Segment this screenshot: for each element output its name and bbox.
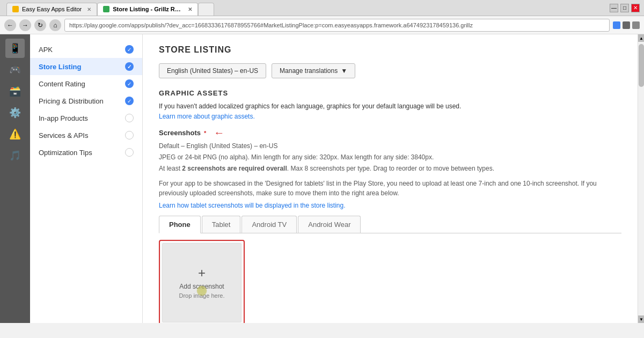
services-check-icon (125, 131, 134, 139)
spec-line1-text: JPEG or 24-bit PNG (no alpha). Min lengt… (159, 152, 621, 162)
store-listing-check-icon: ✓ (125, 62, 134, 71)
scrollbar[interactable]: ▲ ▼ (638, 34, 644, 323)
extension-icon-2[interactable] (623, 21, 630, 29)
language-row: English (United States) – en-US Manage t… (159, 63, 621, 78)
scrollbar-thumb[interactable] (639, 44, 644, 87)
menu-icon[interactable] (632, 21, 640, 29)
graphic-assets-section-title: GRAPHIC ASSETS (159, 89, 621, 97)
strip-icon-apps[interactable]: 📱 (5, 39, 25, 58)
inapp-check-icon (125, 114, 134, 122)
strip-icon-games[interactable]: 🎮 (5, 60, 25, 79)
cursor-indicator (196, 285, 207, 296)
sidebar-item-pricing[interactable]: Pricing & Distribution ✓ (30, 92, 142, 109)
sidebar-item-apk[interactable]: APK ✓ (30, 41, 142, 58)
tab-phone[interactable]: Phone (159, 216, 201, 233)
tab-android-tv[interactable]: Android TV (241, 216, 297, 233)
home-button[interactable]: ⌂ (49, 19, 61, 31)
forward-button[interactable]: → (19, 19, 31, 31)
tablet-link[interactable]: Learn how tablet screenshots will be dis… (159, 202, 346, 209)
sidebar-item-optimization[interactable]: Optimization Tips (30, 144, 142, 161)
screenshots-arrow-icon: ← (214, 127, 224, 139)
screenshot-tabs: Phone Tablet Android TV Android Wear (159, 216, 621, 233)
manage-translations-button[interactable]: Manage translations ▼ (272, 63, 355, 78)
apk-check-icon: ✓ (125, 45, 134, 54)
content-rating-check-icon: ✓ (125, 79, 134, 88)
tab-favicon-2 (103, 6, 109, 12)
sidebar-item-services[interactable]: Services & APIs (30, 127, 142, 144)
language-button[interactable]: English (United States) – en-US (159, 63, 266, 78)
spec-line2-text: At least 2 screenshots are required over… (159, 164, 621, 173)
scroll-up-button[interactable]: ▲ (638, 34, 644, 42)
main-layout: 📱 🎮 🗃️ ⚙️ ⚠️ 🎵 APK ✓ Store Listing ✓ Con… (0, 34, 644, 323)
browser-tab-2[interactable]: Store Listing - Grillz Resta... ✕ (97, 3, 198, 16)
default-lang-text: Default – English (United States) – en-U… (159, 141, 621, 151)
browser-tab-1[interactable]: Easy Easy Apps Editor ✕ (6, 3, 97, 16)
maximize-button[interactable]: □ (620, 4, 629, 12)
nav-sidebar: APK ✓ Store Listing ✓ Content Rating ✓ P… (30, 34, 143, 323)
optimization-check-icon (125, 148, 134, 157)
tablet-info-text: For your app to be showcased in the 'Des… (159, 179, 621, 198)
address-input[interactable] (64, 19, 610, 32)
sidebar-item-store-listing[interactable]: Store Listing ✓ (30, 58, 142, 75)
tab-close-1[interactable]: ✕ (87, 6, 91, 12)
close-button[interactable]: ✕ (631, 4, 640, 12)
back-button[interactable]: ← (4, 19, 16, 31)
tab-tablet[interactable]: Tablet (202, 216, 241, 233)
strip-icon-settings[interactable]: ⚙️ (5, 103, 25, 122)
browser-title-bar: Easy Easy Apps Editor ✕ Store Listing - … (0, 0, 644, 16)
address-bar-row: ← → ↻ ⌂ (0, 16, 644, 34)
icon-strip: 📱 🎮 🗃️ ⚙️ ⚠️ 🎵 (0, 34, 30, 323)
tab-close-2[interactable]: ✕ (188, 6, 192, 12)
minimize-button[interactable]: — (610, 4, 618, 12)
sidebar-item-inapp-products[interactable]: In-app Products (30, 109, 142, 127)
sidebar-item-content-rating[interactable]: Content Rating ✓ (30, 75, 142, 92)
strip-icon-warning[interactable]: ⚠️ (5, 124, 25, 144)
tab-android-wear[interactable]: Android Wear (298, 216, 361, 233)
strip-icon-music[interactable]: 🎵 (5, 146, 25, 165)
content-area: STORE LISTING English (United States) – … (143, 34, 638, 323)
dropdown-arrow-icon: ▼ (341, 67, 347, 75)
browser-tab-3[interactable] (198, 3, 214, 16)
reload-button[interactable]: ↻ (34, 19, 46, 31)
screenshots-required-marker: * (204, 130, 206, 136)
extension-icon-1[interactable] (613, 21, 620, 29)
screenshot-upload-zone[interactable]: + Add screenshot Drop image here. (162, 243, 241, 322)
tab-label-1: Easy Easy Apps Editor (22, 6, 82, 12)
graphic-assets-link[interactable]: Learn more about graphic assets. (159, 113, 255, 120)
scroll-down-button[interactable]: ▼ (638, 315, 644, 323)
window-controls: — □ ✕ (610, 4, 640, 12)
screenshots-label: Screenshots* ← (159, 127, 621, 139)
tab-favicon-1 (12, 6, 19, 12)
upload-zone-wrapper: + Add screenshot Drop image here. (159, 240, 245, 323)
page-title: STORE LISTING (159, 45, 621, 55)
strip-icon-storage[interactable]: 🗃️ (5, 82, 25, 101)
spec-bold-text: 2 screenshots are required overall (182, 165, 287, 172)
upload-plus-icon: + (198, 267, 206, 280)
graphic-info-text: If you haven't added localized graphics … (159, 102, 621, 110)
tab-label-2: Store Listing - Grillz Resta... (113, 6, 182, 12)
pricing-check-icon: ✓ (125, 97, 134, 105)
